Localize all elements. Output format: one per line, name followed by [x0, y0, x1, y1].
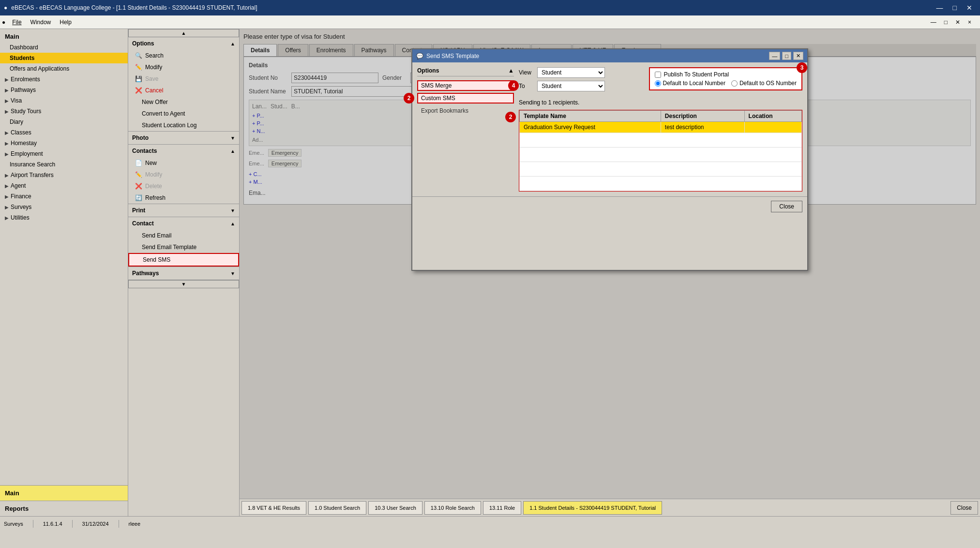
refresh-contact-icon: 🔄: [135, 194, 142, 201]
pathways-collapse-arrow: ▼: [230, 271, 235, 276]
modal-close-footer-btn[interactable]: Close: [771, 201, 802, 212]
menu-restore-btn[interactable]: □: [941, 18, 950, 27]
taskbar-tab-vet-he[interactable]: 1.8 VET & HE Results: [241, 501, 306, 515]
sidebar-item-pathways[interactable]: ▶ Pathways: [0, 85, 128, 95]
menu-window[interactable]: Window: [27, 17, 55, 27]
new-contact-icon: 📄: [135, 160, 142, 166]
option-modify[interactable]: ✏️ Modify: [128, 61, 239, 73]
publish-label: Publish To Student Portal: [664, 71, 729, 78]
option-convert-agent[interactable]: Convert to Agent: [128, 108, 239, 119]
sidebar-item-finance[interactable]: ▶ Finance: [0, 191, 128, 202]
radio-local-input[interactable]: [655, 80, 661, 87]
study-tours-arrow: ▶: [5, 109, 9, 114]
sidebar-item-employment[interactable]: ▶ Employment: [0, 148, 128, 159]
taskbar-tab-student-details[interactable]: 1.1 Student Details - S230044419 STUDENT…: [523, 501, 662, 515]
sidebar-item-utilities[interactable]: ▶ Utilities: [0, 212, 128, 223]
taskbar-tab-role-search[interactable]: 13.10 Role Search: [424, 501, 481, 515]
options-section-header[interactable]: Options ▲: [128, 37, 239, 50]
publish-box: Publish To Student Portal Default to Loc…: [649, 67, 802, 90]
status-version: 11.6.1.4: [43, 521, 62, 527]
close-btn[interactable]: ✕: [963, 3, 976, 13]
airport-arrow: ▶: [5, 173, 9, 178]
scroll-down-arrow[interactable]: ▼: [128, 280, 239, 288]
options-panel: ▲ Options ▲ 🔍 Search ✏️ Modify 💾 Save ❌ …: [128, 29, 240, 516]
surveys-arrow: ▶: [5, 205, 9, 210]
maximize-btn[interactable]: □: [949, 3, 961, 13]
sidebar-item-homestay[interactable]: ▶ Homestay: [0, 138, 128, 148]
menu-help[interactable]: Help: [56, 17, 75, 27]
cell-location: [744, 122, 801, 133]
classes-arrow: ▶: [5, 130, 9, 135]
search-icon: 🔍: [135, 52, 142, 59]
option-send-email[interactable]: Send Email: [128, 230, 239, 241]
reports-section-btn[interactable]: Reports: [0, 501, 128, 516]
menu-close-btn[interactable]: ✕: [952, 18, 963, 27]
taskbar-tab-user-search[interactable]: 10.3 User Search: [368, 501, 422, 515]
sidebar-item-study-tours[interactable]: ▶ Study Tours: [0, 106, 128, 117]
to-row: To Student: [519, 81, 645, 91]
col-description: Description: [661, 111, 744, 122]
menu-bar: ● File Window Help — □ ✕ ×: [0, 15, 980, 29]
sidebar-item-enrolments[interactable]: ▶ Enrolments: [0, 74, 128, 85]
option-send-email-template[interactable]: Send Email Template: [128, 241, 239, 253]
option-new-contact[interactable]: 📄 New: [128, 157, 239, 169]
sidebar-item-insurance-search[interactable]: Insurance Search: [0, 159, 128, 170]
taskbar-tab-student-search[interactable]: 1.0 Student Search: [308, 501, 366, 515]
contact-collapse-arrow: ▲: [230, 221, 235, 226]
modal-table: Template Name Description Location Gradu: [519, 110, 802, 191]
table-row-empty-2: [520, 148, 802, 162]
option-send-sms[interactable]: 1 Send SMS: [128, 253, 239, 267]
modal-table-container: Template Name Description Location Gradu: [519, 110, 802, 192]
option-search[interactable]: 🔍 Search: [128, 50, 239, 61]
modal-title-bar: 💬 Send SMS Template — □ ✕: [412, 49, 807, 62]
contacts-section-header[interactable]: Contacts ▲: [128, 145, 239, 157]
option-student-location[interactable]: Student Location Log: [128, 119, 239, 131]
modal-close-btn[interactable]: ✕: [793, 52, 803, 60]
radio-os-input[interactable]: [731, 80, 738, 87]
sidebar-item-agent[interactable]: ▶ Agent: [0, 180, 128, 191]
modal-minimize-btn[interactable]: —: [769, 52, 780, 60]
table-row[interactable]: Graduation Survey Request test descripti…: [520, 122, 802, 133]
modal-form-area: View Student To Student: [519, 67, 645, 94]
visa-arrow: ▶: [5, 98, 9, 104]
sidebar-item-surveys[interactable]: ▶ Surveys: [0, 202, 128, 212]
send-sms-modal: 💬 Send SMS Template — □ ✕: [411, 48, 808, 271]
sidebar-item-classes[interactable]: ▶ Classes: [0, 127, 128, 138]
scroll-up-arrow[interactable]: ▲: [128, 29, 239, 37]
option-custom-sms[interactable]: Custom SMS: [417, 93, 514, 104]
app-body: Main Dashboard Students Offers and Appli…: [0, 29, 980, 516]
modal-right-top: View Student To Student: [519, 67, 802, 94]
sidebar-item-diary[interactable]: Diary: [0, 117, 128, 127]
annotation-3: 3: [797, 62, 807, 73]
menu-minimize-btn[interactable]: —: [928, 18, 939, 27]
publish-checkbox[interactable]: [655, 72, 661, 78]
photo-section-header[interactable]: Photo ▼: [128, 132, 239, 144]
print-section-header[interactable]: Print ▼: [128, 204, 239, 217]
sidebar-item-visa[interactable]: ▶ Visa: [0, 95, 128, 106]
contact-section-header[interactable]: Contact ▲: [128, 217, 239, 230]
sidebar-item-airport-transfers[interactable]: ▶ Airport Transfers: [0, 170, 128, 180]
option-refresh-contact[interactable]: 🔄 Refresh: [128, 192, 239, 204]
sidebar-item-students[interactable]: Students: [0, 53, 128, 63]
minimize-btn[interactable]: —: [933, 3, 947, 13]
sidebar-item-dashboard[interactable]: Dashboard: [0, 42, 128, 53]
option-sms-merge[interactable]: SMS Merge: [417, 80, 514, 91]
modal-maximize-btn[interactable]: □: [782, 52, 791, 60]
radio-os-label: Default to OS Number: [739, 80, 797, 87]
taskbar-tab-role[interactable]: 13.11 Role: [483, 501, 521, 515]
menu-file[interactable]: File: [8, 17, 25, 27]
option-new-offer[interactable]: New Offer: [128, 96, 239, 108]
menu-x-btn[interactable]: ×: [965, 18, 974, 27]
option-export-bookmarks[interactable]: Export Bookmarks: [417, 105, 514, 116]
contact-section: Contact ▲ Send Email Send Email Template…: [128, 217, 239, 267]
to-select[interactable]: Student: [537, 81, 605, 91]
table-row-empty-3: [520, 162, 802, 177]
view-select[interactable]: Student: [537, 67, 605, 78]
photo-section: Photo ▼: [128, 132, 239, 145]
modal-footer: Close: [412, 196, 807, 216]
taskbar-close-btn[interactable]: Close: [950, 501, 978, 515]
sidebar-item-offers[interactable]: Offers and Applications: [0, 63, 128, 74]
finance-arrow: ▶: [5, 194, 9, 199]
main-section-btn[interactable]: Main: [0, 486, 128, 501]
pathways-section-header[interactable]: Pathways ▼: [128, 267, 239, 280]
